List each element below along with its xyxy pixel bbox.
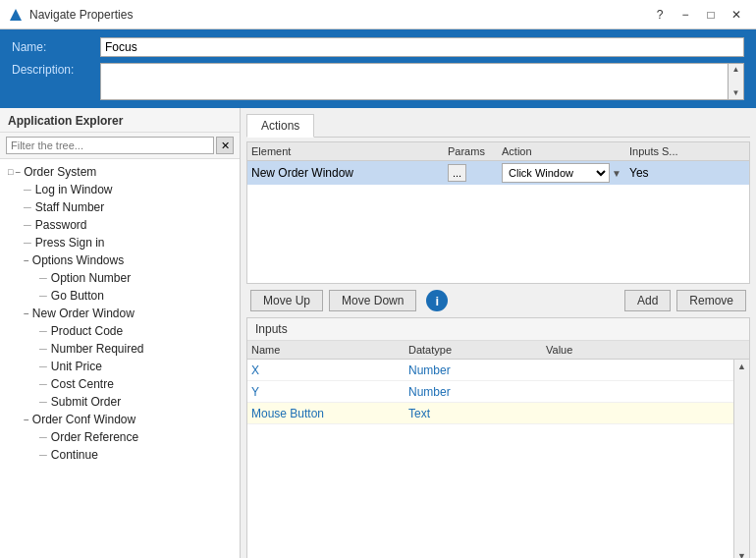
move-up-button[interactable]: Move Up [250,290,323,311]
app-icon [8,7,24,23]
table-row[interactable]: New Order Window ... Click Window Double… [247,161,749,185]
name-input[interactable] [100,37,744,57]
right-panel: Actions Element Params Action Inputs S..… [241,108,756,558]
input-datatype-y: Number [408,385,546,399]
tree-item-staff-number[interactable]: ─ Staff Number [0,198,240,216]
application-explorer: Application Explorer ✕ □ − Order System … [0,108,241,558]
desc-scrollbar: ▲ ▼ [729,63,744,100]
tree-item-options-windows[interactable]: − Options Windows [0,251,240,269]
filter-clear-button[interactable]: ✕ [216,137,234,154]
minimize-button[interactable]: − [674,5,697,25]
tree-item-order-conf-window[interactable]: − Order Conf Window [0,411,240,428]
tab-bar: Actions [246,114,750,138]
row-params: ... [448,164,502,182]
tree-item-password[interactable]: ─ Password [0,216,240,234]
svg-marker-0 [10,9,22,21]
name-row: Name: [12,37,744,57]
desc-input[interactable] [100,63,729,100]
row-element: New Order Window [251,166,448,180]
actions-table: Element Params Action Inputs S... New Or… [246,141,750,284]
desc-label: Description: [12,63,100,77]
actions-table-header: Element Params Action Inputs S... [247,142,749,161]
row-action: Click Window Double Click Right Click Ho… [502,163,629,183]
add-button[interactable]: Add [624,290,671,311]
expand-icon-options: − [24,255,29,266]
inputs-row-mouse-button[interactable]: Mouse Button Text [247,403,733,424]
main-content: Application Explorer ✕ □ − Order System … [0,108,756,558]
col-element: Element [251,145,448,157]
tree-container: □ − Order System ─ Log in Window ─ Staff… [0,159,240,558]
filter-row: ✕ [0,133,240,159]
inputs-col-name: Name [251,344,408,356]
move-down-button[interactable]: Move Down [329,290,416,311]
inputs-col-datatype: Datatype [408,344,546,356]
tree-item-new-order-window[interactable]: − New Order Window [0,305,240,322]
inputs-row-y[interactable]: Y Number [247,381,733,403]
col-action: Action [502,145,629,157]
tree-item-submit-order[interactable]: ─ Submit Order [0,393,240,411]
scroll-up-button[interactable]: ▲ [737,362,746,371]
expand-icon: □ [8,167,13,177]
actions-buttons: Move Up Move Down i Add Remove [246,284,750,317]
action-select[interactable]: Click Window Double Click Right Click Ho… [502,163,610,183]
title-bar: Navigate Properties ? − □ ✕ [0,0,756,29]
scroll-up-icon[interactable]: ▲ [732,66,740,74]
explorer-title: Application Explorer [0,108,240,133]
desc-row: Description: ▲ ▼ [12,63,744,100]
window-controls: ? − □ ✕ [648,5,748,25]
input-datatype-x: Number [408,363,546,377]
header-panel: Name: Description: ▲ ▼ [0,29,756,108]
params-button[interactable]: ... [448,164,466,182]
tree-item-number-required[interactable]: ─ Number Required [0,340,240,358]
scroll-down-icon[interactable]: ▼ [732,89,740,97]
row-inputs: Yes [629,166,745,180]
inputs-row-x[interactable]: X Number [247,360,733,381]
input-name-y: Y [251,385,408,399]
tree-item-option-number[interactable]: ─ Option Number [0,269,240,287]
help-button[interactable]: ? [648,5,672,25]
inputs-rows: X Number Y Number Mouse Button Text [247,360,733,558]
inputs-table-header: Name Datatype Value [247,341,749,360]
col-inputs: Inputs S... [629,145,745,157]
tree-item-product-code[interactable]: ─ Product Code [0,322,240,340]
tree-item-order-system[interactable]: □ − Order System [0,163,240,181]
inputs-section: Inputs Name Datatype Value X Number [246,317,750,558]
maximize-button[interactable]: □ [699,5,723,25]
tree-item-order-reference[interactable]: ─ Order Reference [0,428,240,446]
tree-item-cost-centre[interactable]: ─ Cost Centre [0,375,240,393]
info-icon[interactable]: i [426,290,448,311]
inputs-table-body: X Number Y Number Mouse Button Text [247,360,749,558]
tree-item-go-button[interactable]: ─ Go Button [0,287,240,305]
scroll-down-button[interactable]: ▼ [737,551,746,558]
expand-icon-new-order: − [24,308,29,319]
filter-input[interactable] [6,137,214,154]
tree-item-continue[interactable]: ─ Continue [0,446,240,464]
close-button[interactable]: ✕ [725,5,748,25]
tree-item-unit-price[interactable]: ─ Unit Price [0,358,240,375]
expand-icon-order-conf: − [24,415,29,425]
inputs-scrollbar: ▲ ▼ [733,360,749,558]
inputs-title: Inputs [247,318,749,341]
input-name-mouse-button: Mouse Button [251,407,408,420]
tree-item-press-sign-in[interactable]: ─ Press Sign in [0,234,240,251]
name-label: Name: [12,40,100,54]
folder-icon: − [15,167,21,178]
actions-empty-area [247,185,749,283]
window-title: Navigate Properties [29,8,648,22]
input-name-x: X [251,363,408,377]
panels-wrapper: Actions Element Params Action Inputs S..… [246,114,750,558]
tab-actions[interactable]: Actions [246,114,314,138]
remove-button[interactable]: Remove [676,290,746,311]
tree-item-login-window[interactable]: ─ Log in Window [0,181,240,198]
input-datatype-mouse-button: Text [408,407,546,420]
inputs-col-value: Value [546,344,745,356]
col-params: Params [448,145,502,157]
